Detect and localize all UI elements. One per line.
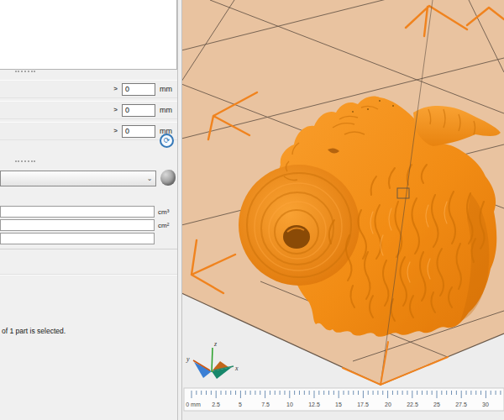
expand-chevron-icon[interactable]: > [113,86,118,92]
expand-chevron-icon[interactable]: > [113,128,118,134]
chevron-down-icon[interactable]: ⌄ [144,175,155,182]
selection-status-text: of 1 part is selected. [2,327,66,335]
ruler-label: 0 mm [186,402,201,407]
ruler-label: 22.5 [407,402,418,407]
y-offset-input[interactable] [122,104,155,117]
3d-viewport[interactable]: z y x 0 mm 2.5 5 7.5 10 12.5 15 17.5 20 … [182,0,504,420]
ruler-label: 20 [385,402,391,407]
area-unit-label: cm² [158,222,169,229]
unit-label: mm [160,106,174,114]
volume-field-row: cm³ [0,206,169,218]
scale-ruler: 0 mm 2.5 5 7.5 10 12.5 15 17.5 20 22.5 2… [184,388,504,411]
z-offset-input[interactable] [122,125,155,138]
transform-row-z[interactable]: > mm [0,122,177,140]
splitter-grip-top[interactable] [15,71,35,75]
reset-icon[interactable]: ⟳ [160,134,174,148]
volume-input[interactable] [0,206,155,218]
volume-unit-label: cm³ [158,208,169,216]
ruler-label: 15 [335,402,342,407]
unit-label: mm [160,85,174,93]
ruler-label: 25 [433,402,440,407]
transform-row-y[interactable]: > mm [0,101,177,119]
ruler-label: 30 [482,402,489,407]
y-axis-label: y [186,355,190,363]
transform-row-x[interactable]: > mm [0,80,177,98]
area-input[interactable] [0,219,155,231]
ruler-label: 27.5 [455,402,467,407]
machine-sphere-icon[interactable] [160,170,176,186]
area-field-row: cm² [0,219,169,231]
splitter-grip-middle[interactable] [15,160,35,165]
x-offset-input[interactable] [122,83,155,96]
x-axis-label: x [234,365,239,372]
ruler-label: 7.5 [261,402,270,407]
ruler-label: 12.5 [308,402,320,407]
ruler-label: 2.5 [212,402,220,407]
ruler-label: 5 [239,402,242,407]
spiral-horn [239,165,360,286]
section-separator [0,249,177,249]
upper-blank-panel [0,0,177,70]
ruler-label: 10 [286,402,293,407]
section-separator [0,274,177,276]
ruler-label: 17.5 [357,402,369,407]
selection-dropdown[interactable]: ⌄ [0,171,156,186]
expand-chevron-icon[interactable]: > [113,107,118,113]
extra-input[interactable] [0,233,155,244]
extra-field-row [0,233,158,244]
left-panel: > mm > mm > mm ⟳ ⌄ cm³ cm² of 1 part is … [0,0,177,420]
